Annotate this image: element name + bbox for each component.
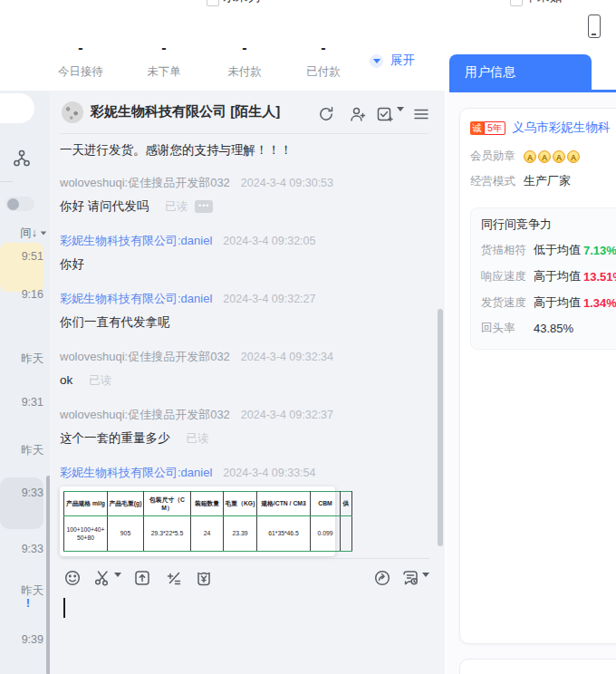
quote-icon[interactable]: [165, 569, 183, 587]
product-spec-table-image[interactable]: 产品规格 ml/g产品毛重(g)包装尺寸（CM）装箱数量毛重（KG)规格/CTN…: [60, 486, 335, 556]
table-header-cell: 产品规格 ml/g: [64, 492, 108, 516]
emoji-icon[interactable]: [63, 569, 82, 587]
competitiveness-row: 响应速度高于均值13.51%: [481, 268, 616, 284]
mobile-online-icon: [588, 14, 601, 38]
message-timestamp: 2024-3-4 09:30:53: [241, 177, 333, 189]
chevron-down-icon[interactable]: [397, 111, 404, 128]
chat-message: woloveshuqi:促佳搜品开发部0322024-3-4 09:32:34o…: [60, 349, 431, 389]
stat-value: -: [207, 40, 283, 56]
business-model-label: 经营模式: [470, 174, 515, 189]
chat-history-icon[interactable]: [401, 569, 419, 587]
chat-message: woloveshuqi:促佳搜品开发部0322024-3-4 09:32:37这…: [60, 407, 431, 447]
competitiveness-box: 同行间竞争力 货描相符低于均值7.13%响应速度高于均值13.51%发货速度高于…: [470, 207, 616, 350]
competitiveness-row: 发货速度高于均值1.34%: [481, 294, 616, 311]
text-input-cursor[interactable]: [63, 598, 65, 618]
conversation-time[interactable]: 昨天: [21, 583, 43, 599]
metric-value: 13.51%: [583, 270, 616, 284]
metric-comparison: 高于均值: [534, 294, 581, 311]
table-header-cell: 毛重（KG): [224, 492, 257, 516]
message-text: 你好 请问代发吗: [60, 199, 149, 213]
chevron-down-icon[interactable]: [422, 577, 429, 593]
competitiveness-title: 同行间竞争力: [481, 217, 616, 233]
metric-value: 43.85%: [534, 322, 573, 335]
refresh-icon[interactable]: [317, 105, 335, 123]
conversation-time[interactable]: 昨天: [21, 443, 43, 458]
chevron-down-icon[interactable]: [114, 577, 121, 593]
metric-comparison: 高于均值: [534, 268, 581, 284]
conversation-item[interactable]: [0, 477, 43, 529]
message-timestamp: 2024-3-4 09:32:37: [241, 409, 333, 421]
message-sender[interactable]: woloveshuqi:促佳搜品开发部032: [60, 350, 230, 363]
company-name-link[interactable]: 义乌市彩妮生物科: [512, 120, 610, 136]
message-more-button[interactable]: •••: [195, 200, 213, 213]
list-filter-toggle[interactable]: [5, 197, 34, 211]
divider: [62, 558, 429, 559]
contact-avatar[interactable]: [62, 101, 83, 123]
metric-comparison: 低于均值: [534, 242, 581, 258]
table-cell: 24: [191, 516, 224, 552]
conversation-time[interactable]: 9:31: [22, 396, 43, 409]
conversation-time[interactable]: 9:16: [22, 288, 43, 301]
message-list: 一天进行发货。感谢您的支持与理解！！！woloveshuqi:促佳搜品开发部03…: [60, 136, 431, 574]
clipped-checkbox[interactable]: [207, 0, 219, 6]
table-header-cell: 产品毛重(g): [108, 492, 144, 516]
message-timestamp: 2024-3-4 09:32:05: [223, 235, 315, 247]
metric-label: 响应速度: [481, 269, 534, 284]
menu-icon[interactable]: [412, 105, 430, 123]
metric-label: 货描相符: [481, 243, 534, 258]
chengxintong-icon: 诚: [470, 121, 484, 135]
member-medals: AAAA: [524, 148, 582, 164]
metric-value: 7.13%: [583, 244, 616, 257]
stat-value: -: [126, 40, 202, 56]
member-medal-label: 会员勋章: [470, 149, 515, 164]
competitiveness-row: 回头率43.85%: [481, 321, 616, 336]
add-contact-icon[interactable]: [349, 105, 367, 123]
member-medal-icon: A: [538, 150, 551, 163]
chat-message: 彩妮生物科技有限公司:daniel2024-3-4 09:32:27你们一直有代…: [60, 291, 431, 331]
message-sender[interactable]: 彩妮生物科技有限公司:daniel: [60, 292, 212, 305]
credit-years-badge: 5年: [484, 121, 505, 135]
divider: [0, 181, 13, 182]
sort-selector[interactable]: 间↓: [20, 226, 47, 241]
conversation-time[interactable]: 9:33: [22, 486, 43, 499]
search-input[interactable]: [0, 93, 34, 123]
chat-message-text: 一天进行发货。感谢您的支持与理解！！！: [60, 142, 431, 159]
team-icon[interactable]: [13, 149, 31, 168]
divider: [60, 133, 428, 134]
message-sender[interactable]: woloveshuqi:促佳搜品开发部032: [60, 408, 230, 421]
payment-icon[interactable]: [195, 569, 213, 587]
expand-button[interactable]: 展开: [370, 53, 415, 69]
table-cell: 23.39: [224, 516, 257, 552]
screenshot-icon[interactable]: [93, 569, 111, 587]
table-header-cell: 包装尺寸（CM）: [144, 492, 191, 516]
message-sender[interactable]: woloveshuqi:促佳搜品开发部032: [60, 176, 230, 189]
image-upload-icon[interactable]: [133, 569, 151, 587]
message-text: ok: [60, 373, 72, 387]
conversation-time[interactable]: 9:39: [22, 633, 43, 646]
tab-user-info[interactable]: 用户信息: [449, 54, 592, 90]
chat-message: 彩妮生物科技有限公司:daniel2024-3-4 09:33:54产品规格 m…: [60, 465, 431, 556]
message-sender[interactable]: 彩妮生物科技有限公司:daniel: [60, 234, 212, 247]
stat-today-reception: - 今日接待: [43, 40, 119, 80]
conversation-time[interactable]: 9:33: [22, 543, 43, 555]
create-task-icon[interactable]: [376, 105, 394, 123]
message-timestamp: 2024-3-4 09:32:27: [223, 293, 315, 305]
message-text: 你好: [60, 257, 84, 271]
chat-scrollbar[interactable]: [438, 309, 443, 546]
stat-no-order: - 未下单: [126, 40, 202, 80]
table-cell: 29.3*22*5.5: [144, 516, 191, 552]
table-header-cell: CBM: [311, 492, 341, 516]
stat-label: 未付款: [207, 64, 283, 80]
message-text: 你们一直有代发拿呢: [60, 315, 170, 329]
user-info-card: 诚 5年 义乌市彩妮生物科 会员勋章 AAAA 经营模式 生产厂家 同行间竞争力…: [459, 108, 616, 644]
clipped-checkbox[interactable]: [510, 0, 523, 6]
stat-label: 未下单: [126, 64, 202, 80]
stat-label: 已付款: [285, 64, 361, 80]
chat-message: 彩妮生物科技有限公司:daniel2024-3-4 09:32:05你好: [60, 233, 431, 273]
message-sender[interactable]: 彩妮生物科技有限公司:daniel: [60, 466, 212, 479]
stat-label: 今日接待: [43, 64, 119, 80]
conversation-time[interactable]: 9:51: [22, 250, 43, 263]
conversation-time[interactable]: 昨天: [21, 351, 43, 367]
forward-icon[interactable]: [373, 569, 391, 587]
unread-alert-badge: !: [26, 596, 30, 610]
